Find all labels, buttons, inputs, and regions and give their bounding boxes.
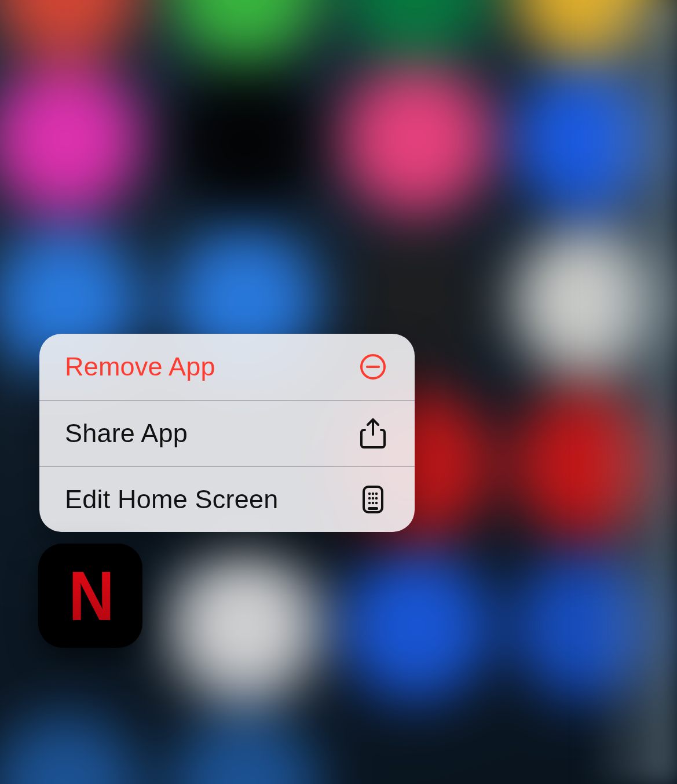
menu-item-label: Edit Home Screen <box>65 484 278 515</box>
menu-item-edit-home-screen[interactable]: Edit Home Screen <box>39 466 415 532</box>
screen-edge-light <box>584 0 677 784</box>
svg-point-6 <box>368 497 371 499</box>
share-icon <box>357 417 389 450</box>
svg-point-5 <box>375 493 378 495</box>
svg-point-4 <box>372 493 374 495</box>
svg-point-10 <box>372 502 374 504</box>
svg-point-11 <box>375 502 378 504</box>
apps-grid-icon <box>357 486 389 513</box>
svg-point-9 <box>368 502 371 504</box>
app-context-menu: Remove App Share App Edit Home Screen <box>39 334 415 532</box>
menu-item-remove-app[interactable]: Remove App <box>39 334 415 400</box>
app-icon-letter: N <box>68 561 112 631</box>
svg-point-8 <box>375 497 378 499</box>
menu-item-label: Remove App <box>65 352 215 382</box>
menu-item-label: Share App <box>65 418 188 448</box>
svg-point-3 <box>368 493 371 495</box>
svg-rect-12 <box>368 507 378 510</box>
menu-item-share-app[interactable]: Share App <box>39 400 415 466</box>
svg-point-7 <box>372 497 374 499</box>
focused-app-icon-netflix[interactable]: N <box>38 544 142 648</box>
minus-circle-icon <box>357 353 389 381</box>
